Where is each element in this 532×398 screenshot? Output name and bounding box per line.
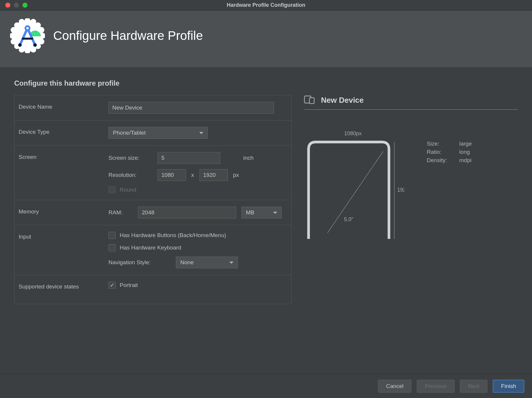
hardware-buttons-checkbox[interactable]: ✓ Has Hardware Buttons (Back/Home/Menu): [108, 232, 287, 239]
spec-size-label: Size:: [427, 141, 454, 147]
navigation-style-label: Navigation Style:: [108, 259, 171, 266]
ram-label: RAM:: [108, 209, 133, 216]
screen-size-input[interactable]: [158, 152, 220, 164]
finish-button[interactable]: Finish: [493, 380, 524, 393]
svg-rect-25: [309, 98, 314, 104]
android-studio-icon: [10, 18, 45, 53]
header: Configure Hardware Profile: [0, 11, 532, 67]
device-type-select[interactable]: Phone/Tablet: [108, 127, 208, 139]
supported-states-label: Supported device states: [19, 282, 108, 290]
portrait-label: Portrait: [120, 282, 138, 288]
preview-height-label: 1920px: [397, 187, 404, 193]
resolution-label: Resolution:: [108, 172, 152, 178]
svg-point-22: [33, 43, 37, 47]
ram-input[interactable]: [138, 207, 236, 218]
ram-unit-select[interactable]: MB: [241, 207, 282, 218]
preview-panel: New Device 1080px 5.0" 1920px: [304, 95, 518, 374]
app-logo-badge: [10, 18, 45, 53]
section-subtitle: Configure this hardware profile: [14, 79, 518, 87]
spec-size-value: large: [459, 141, 472, 147]
screen-size-unit: inch: [243, 155, 254, 161]
svg-point-10: [30, 19, 36, 25]
svg-point-6: [35, 22, 41, 28]
titlebar: Hardware Profile Configuration: [0, 0, 532, 11]
device-name-input[interactable]: [108, 102, 274, 114]
portrait-checkbox[interactable]: ✓ Portrait: [108, 282, 287, 289]
navigation-style-value: None: [180, 259, 194, 266]
preview-width-label: 1080px: [304, 131, 402, 137]
hardware-keyboard-label: Has Hardware Keyboard: [120, 244, 181, 251]
chevron-down-icon: [273, 212, 277, 214]
round-checkbox: ✓ Round: [108, 186, 136, 193]
svg-point-14: [11, 39, 17, 45]
device-name-label: Device Name: [19, 102, 108, 110]
svg-line-27: [327, 151, 383, 233]
preview-diagonal-label: 5.0": [344, 216, 353, 222]
cancel-button[interactable]: Cancel: [378, 380, 411, 393]
svg-point-15: [38, 27, 44, 33]
spec-ratio-value: long: [459, 149, 470, 155]
resolution-width-input[interactable]: [158, 169, 186, 181]
spec-ratio-label: Ratio:: [427, 149, 454, 155]
svg-point-20: [26, 27, 29, 30]
chevron-down-icon: [199, 132, 203, 134]
svg-point-16: [38, 39, 44, 45]
previous-button[interactable]: Previous: [417, 380, 455, 393]
screen-size-label: Screen size:: [108, 155, 152, 161]
resolution-sep: x: [191, 172, 194, 178]
resolution-height-input[interactable]: [200, 169, 228, 181]
svg-point-21: [18, 43, 22, 47]
device-preview-graphic: 1080px 5.0" 1920px: [304, 131, 402, 240]
ram-unit-value: MB: [246, 209, 254, 216]
navigation-style-select[interactable]: None: [176, 257, 238, 268]
memory-label: Memory: [19, 207, 108, 215]
screen-label: Screen: [19, 152, 108, 160]
svg-point-11: [19, 47, 25, 53]
footer: Cancel Previous Next Finish: [0, 374, 532, 398]
resolution-unit: px: [233, 172, 239, 178]
device-type-label: Device Type: [19, 127, 108, 135]
preview-specs: Size:large Ratio:long Density:mdpi: [427, 141, 472, 240]
chevron-down-icon: [229, 262, 233, 264]
next-button[interactable]: Next: [460, 380, 487, 393]
svg-point-5: [14, 22, 20, 28]
svg-point-12: [30, 47, 36, 53]
spec-density-value: mdpi: [459, 157, 471, 164]
svg-point-9: [19, 19, 25, 25]
spec-density-label: Density:: [427, 157, 454, 164]
hardware-buttons-label: Has Hardware Buttons (Back/Home/Menu): [120, 232, 226, 239]
form-panel: Device Name Device Type Phone/Tablet: [14, 95, 291, 304]
page-title: Configure Hardware Profile: [53, 29, 203, 43]
preview-device-name: New Device: [321, 96, 364, 105]
device-type-value: Phone/Tablet: [113, 130, 146, 136]
window-title: Hardware Profile Configuration: [0, 2, 532, 8]
round-checkbox-label: Round: [120, 187, 136, 193]
devices-icon: [304, 95, 315, 105]
hardware-keyboard-checkbox[interactable]: ✓ Has Hardware Keyboard: [108, 244, 287, 251]
input-label: Input: [19, 232, 108, 240]
svg-point-13: [11, 27, 17, 33]
